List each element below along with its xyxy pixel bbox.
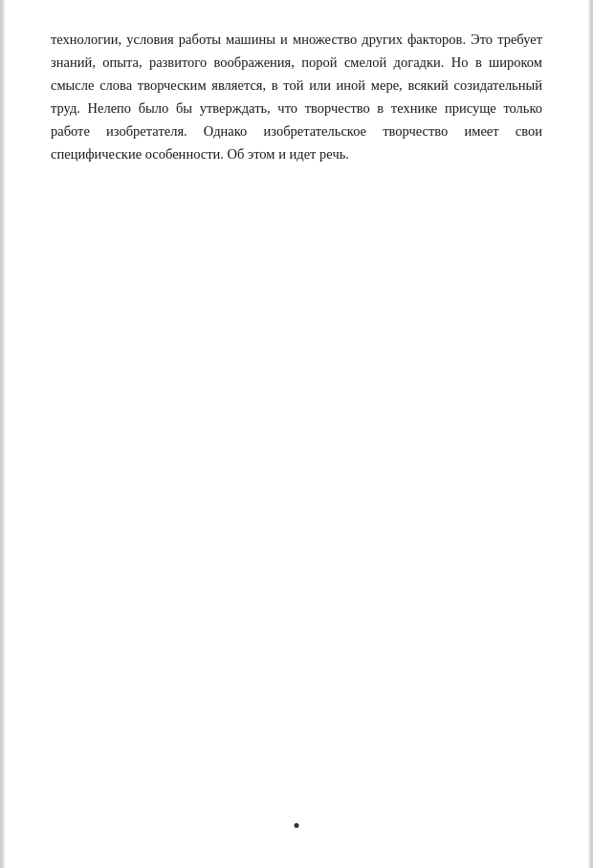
page-content: технологии, условия работы машины и множ…: [51, 29, 542, 166]
book-page: технологии, условия работы машины и множ…: [0, 0, 593, 868]
page-shadow-left: [1, 0, 5, 868]
page-shadow-right: [588, 0, 592, 868]
page-dot-decoration: [295, 823, 299, 828]
main-paragraph: технологии, условия работы машины и множ…: [51, 29, 542, 166]
